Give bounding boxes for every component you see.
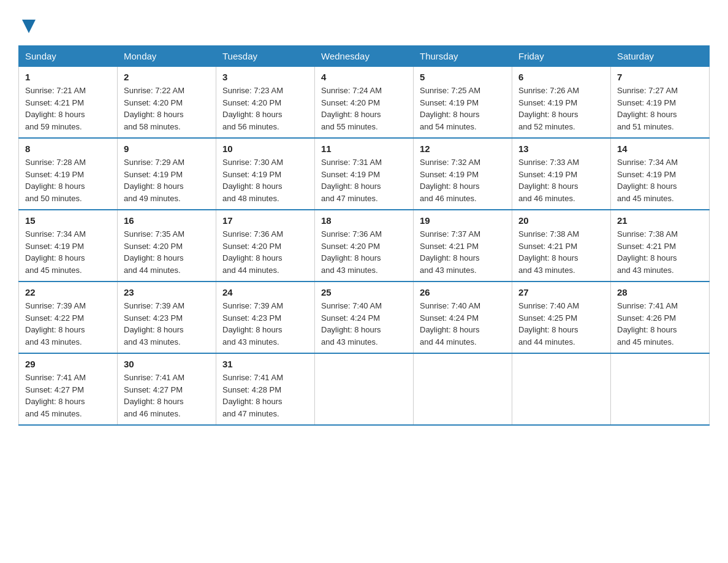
calendar-cell <box>611 353 710 425</box>
day-number: 6 <box>518 72 604 82</box>
day-number: 30 <box>124 359 210 369</box>
day-number: 7 <box>617 72 703 82</box>
day-number: 2 <box>124 72 210 82</box>
day-info: Sunrise: 7:40 AMSunset: 4:25 PMDaylight:… <box>518 300 604 348</box>
day-number: 28 <box>617 287 703 297</box>
header <box>18 12 710 36</box>
day-number: 13 <box>518 144 604 154</box>
calendar-cell: 8 Sunrise: 7:28 AMSunset: 4:19 PMDayligh… <box>19 138 118 210</box>
day-number: 15 <box>25 215 111 226</box>
calendar-cell: 29 Sunrise: 7:41 AMSunset: 4:27 PMDaylig… <box>19 353 118 425</box>
day-info: Sunrise: 7:21 AMSunset: 4:21 PMDaylight:… <box>25 85 111 132</box>
header-monday: Monday <box>118 46 216 67</box>
logo <box>18 17 36 36</box>
day-number: 21 <box>617 215 703 226</box>
calendar-cell: 18 Sunrise: 7:36 AMSunset: 4:20 PMDaylig… <box>315 210 414 282</box>
day-number: 12 <box>420 144 506 154</box>
day-number: 1 <box>25 72 111 82</box>
calendar-cell: 5 Sunrise: 7:25 AMSunset: 4:19 PMDayligh… <box>414 67 512 139</box>
calendar-week-4: 22 Sunrise: 7:39 AMSunset: 4:22 PMDaylig… <box>19 282 710 353</box>
day-number: 11 <box>321 144 407 154</box>
calendar-cell: 31 Sunrise: 7:41 AMSunset: 4:28 PMDaylig… <box>216 353 315 425</box>
header-wednesday: Wednesday <box>315 46 414 67</box>
day-info: Sunrise: 7:36 AMSunset: 4:20 PMDaylight:… <box>222 228 308 276</box>
day-info: Sunrise: 7:40 AMSunset: 4:24 PMDaylight:… <box>420 300 506 348</box>
calendar-cell: 3 Sunrise: 7:23 AMSunset: 4:20 PMDayligh… <box>216 67 315 139</box>
day-info: Sunrise: 7:39 AMSunset: 4:23 PMDaylight:… <box>222 300 308 348</box>
calendar-cell: 17 Sunrise: 7:36 AMSunset: 4:20 PMDaylig… <box>216 210 315 282</box>
calendar-cell: 6 Sunrise: 7:26 AMSunset: 4:19 PMDayligh… <box>512 67 611 139</box>
calendar-cell: 22 Sunrise: 7:39 AMSunset: 4:22 PMDaylig… <box>19 282 118 353</box>
day-info: Sunrise: 7:39 AMSunset: 4:23 PMDaylight:… <box>124 300 210 348</box>
day-info: Sunrise: 7:22 AMSunset: 4:20 PMDaylight:… <box>124 85 210 132</box>
calendar-cell: 19 Sunrise: 7:37 AMSunset: 4:21 PMDaylig… <box>414 210 512 282</box>
day-info: Sunrise: 7:27 AMSunset: 4:19 PMDaylight:… <box>617 85 703 132</box>
calendar-cell: 9 Sunrise: 7:29 AMSunset: 4:19 PMDayligh… <box>118 138 216 210</box>
day-info: Sunrise: 7:41 AMSunset: 4:27 PMDaylight:… <box>25 372 111 419</box>
calendar-cell: 21 Sunrise: 7:38 AMSunset: 4:21 PMDaylig… <box>611 210 710 282</box>
calendar-cell: 30 Sunrise: 7:41 AMSunset: 4:27 PMDaylig… <box>118 353 216 425</box>
logo-triangle-icon <box>22 20 36 33</box>
calendar-cell: 7 Sunrise: 7:27 AMSunset: 4:19 PMDayligh… <box>611 67 710 139</box>
day-number: 10 <box>222 144 308 154</box>
day-number: 20 <box>518 215 604 226</box>
header-friday: Friday <box>512 46 611 67</box>
calendar-cell: 20 Sunrise: 7:38 AMSunset: 4:21 PMDaylig… <box>512 210 611 282</box>
calendar-cell: 13 Sunrise: 7:33 AMSunset: 4:19 PMDaylig… <box>512 138 611 210</box>
day-number: 14 <box>617 144 703 154</box>
day-number: 9 <box>124 144 210 154</box>
day-info: Sunrise: 7:35 AMSunset: 4:20 PMDaylight:… <box>124 228 210 276</box>
day-number: 31 <box>222 359 308 369</box>
day-info: Sunrise: 7:38 AMSunset: 4:21 PMDaylight:… <box>617 228 703 276</box>
day-info: Sunrise: 7:39 AMSunset: 4:22 PMDaylight:… <box>25 300 111 348</box>
calendar-cell <box>512 353 611 425</box>
day-number: 26 <box>420 287 506 297</box>
day-number: 4 <box>321 72 407 82</box>
calendar-cell: 27 Sunrise: 7:40 AMSunset: 4:25 PMDaylig… <box>512 282 611 353</box>
calendar-cell: 28 Sunrise: 7:41 AMSunset: 4:26 PMDaylig… <box>611 282 710 353</box>
calendar-cell: 26 Sunrise: 7:40 AMSunset: 4:24 PMDaylig… <box>414 282 512 353</box>
day-number: 16 <box>124 215 210 226</box>
day-number: 3 <box>222 72 308 82</box>
calendar-week-3: 15 Sunrise: 7:34 AMSunset: 4:19 PMDaylig… <box>19 210 710 282</box>
day-info: Sunrise: 7:41 AMSunset: 4:27 PMDaylight:… <box>124 372 210 419</box>
calendar-cell: 10 Sunrise: 7:30 AMSunset: 4:19 PMDaylig… <box>216 138 315 210</box>
header-tuesday: Tuesday <box>216 46 315 67</box>
calendar-cell: 2 Sunrise: 7:22 AMSunset: 4:20 PMDayligh… <box>118 67 216 139</box>
calendar-table: SundayMondayTuesdayWednesdayThursdayFrid… <box>18 45 710 426</box>
calendar-cell: 16 Sunrise: 7:35 AMSunset: 4:20 PMDaylig… <box>118 210 216 282</box>
day-info: Sunrise: 7:30 AMSunset: 4:19 PMDaylight:… <box>222 156 308 204</box>
calendar-week-5: 29 Sunrise: 7:41 AMSunset: 4:27 PMDaylig… <box>19 353 710 425</box>
day-info: Sunrise: 7:36 AMSunset: 4:20 PMDaylight:… <box>321 228 407 276</box>
day-info: Sunrise: 7:26 AMSunset: 4:19 PMDaylight:… <box>518 85 604 132</box>
calendar-cell <box>414 353 512 425</box>
day-number: 17 <box>222 215 308 226</box>
day-info: Sunrise: 7:38 AMSunset: 4:21 PMDaylight:… <box>518 228 604 276</box>
calendar-cell: 11 Sunrise: 7:31 AMSunset: 4:19 PMDaylig… <box>315 138 414 210</box>
day-number: 8 <box>25 144 111 154</box>
header-thursday: Thursday <box>414 46 512 67</box>
day-info: Sunrise: 7:23 AMSunset: 4:20 PMDaylight:… <box>222 85 308 132</box>
day-info: Sunrise: 7:28 AMSunset: 4:19 PMDaylight:… <box>25 156 111 204</box>
day-number: 27 <box>518 287 604 297</box>
day-info: Sunrise: 7:29 AMSunset: 4:19 PMDaylight:… <box>124 156 210 204</box>
day-info: Sunrise: 7:34 AMSunset: 4:19 PMDaylight:… <box>617 156 703 204</box>
day-info: Sunrise: 7:41 AMSunset: 4:28 PMDaylight:… <box>222 372 308 419</box>
day-info: Sunrise: 7:31 AMSunset: 4:19 PMDaylight:… <box>321 156 407 204</box>
header-sunday: Sunday <box>19 46 118 67</box>
calendar-header-row: SundayMondayTuesdayWednesdayThursdayFrid… <box>19 46 710 67</box>
day-number: 29 <box>25 359 111 369</box>
calendar-cell: 25 Sunrise: 7:40 AMSunset: 4:24 PMDaylig… <box>315 282 414 353</box>
day-number: 22 <box>25 287 111 297</box>
calendar-cell: 24 Sunrise: 7:39 AMSunset: 4:23 PMDaylig… <box>216 282 315 353</box>
day-number: 19 <box>420 215 506 226</box>
day-info: Sunrise: 7:34 AMSunset: 4:19 PMDaylight:… <box>25 228 111 276</box>
day-info: Sunrise: 7:25 AMSunset: 4:19 PMDaylight:… <box>420 85 506 132</box>
day-number: 24 <box>222 287 308 297</box>
day-number: 5 <box>420 72 506 82</box>
calendar-cell: 1 Sunrise: 7:21 AMSunset: 4:21 PMDayligh… <box>19 67 118 139</box>
day-info: Sunrise: 7:32 AMSunset: 4:19 PMDaylight:… <box>420 156 506 204</box>
day-number: 25 <box>321 287 407 297</box>
calendar-cell <box>315 353 414 425</box>
day-info: Sunrise: 7:33 AMSunset: 4:19 PMDaylight:… <box>518 156 604 204</box>
